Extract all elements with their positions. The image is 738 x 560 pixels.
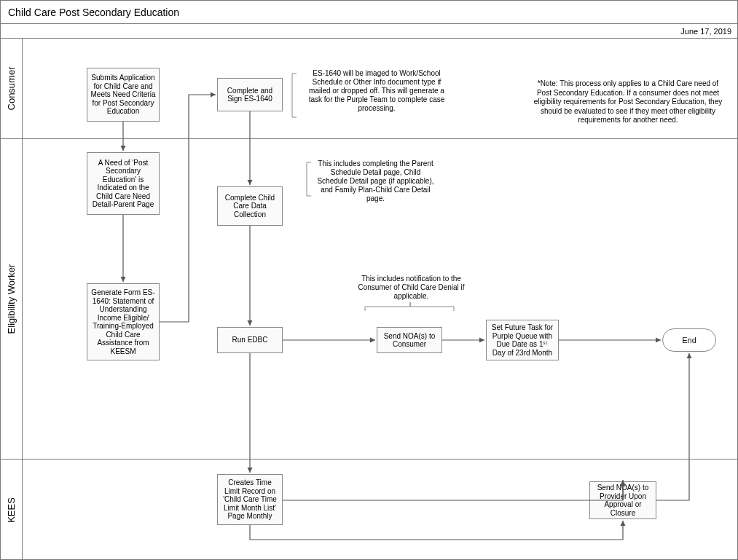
annotation-parent-schedule: This includes completing the Parent Sche…	[315, 159, 436, 203]
note-process-applies: *Note: This process only applies to a Ch…	[530, 79, 726, 125]
box-send-noa-consumer: Send NOA(s) to Consumer	[377, 327, 442, 353]
lane-label-worker: Eligibility Worker	[6, 264, 17, 334]
lane-header-worker: Eligibility Worker	[1, 139, 23, 459]
box-need-indicated: A Need of 'Post Secondary Education' is …	[87, 152, 160, 215]
box-run-edbc: Run EDBC	[217, 327, 283, 353]
swimlane-diagram: Child Care Post Secondary Education June…	[0, 0, 738, 560]
box-submit-application: Submits Application for Child Care and M…	[87, 68, 160, 122]
date-text: June 17, 2019	[680, 27, 731, 36]
diagram-title: Child Care Post Secondary Education	[1, 1, 737, 24]
annotation-es1640-imaged: ES-1640 will be imaged to Work/School Sc…	[304, 69, 450, 113]
annotation-denial-notification: This includes notification to the Consum…	[355, 275, 468, 301]
box-generate-es1640: Generate Form ES-1640: Statement of Unde…	[87, 283, 160, 360]
diagram-date: June 17, 2019	[1, 24, 737, 39]
lane-header-kees: KEES	[1, 460, 23, 560]
lane-header-consumer: Consumer	[1, 39, 23, 138]
title-text: Child Care Post Secondary Education	[8, 7, 179, 18]
box-set-future-task: Set Future Task for Purple Queue with Du…	[486, 320, 559, 360]
box-complete-sign-es1640: Complete and Sign ES-1640	[217, 78, 283, 111]
terminator-end: End	[662, 328, 716, 352]
lane-label-consumer: Consumer	[6, 67, 17, 111]
box-send-noa-provider: Send NOA(s) to Provider Upon Approval or…	[589, 481, 656, 519]
lane-label-kees: KEES	[6, 497, 17, 523]
box-creates-time-limit: Creates Time Limit Record on 'Child Care…	[217, 474, 283, 525]
box-complete-child-care-data: Complete Child Care Data Collection	[217, 186, 283, 226]
